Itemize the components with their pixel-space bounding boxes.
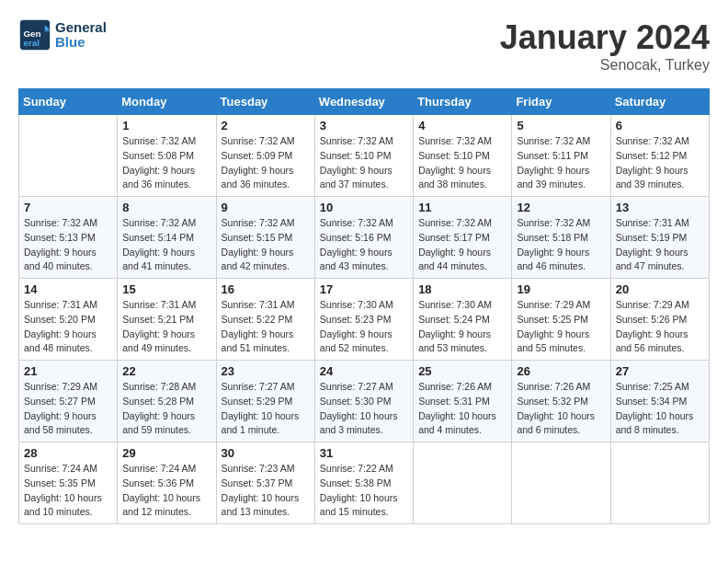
day-number: 8: [122, 201, 210, 214]
day-info: Sunrise: 7:24 AMSunset: 5:36 PMDaylight:…: [122, 462, 210, 520]
day-number: 19: [517, 282, 605, 296]
calendar-cell: [610, 442, 709, 524]
day-info: Sunrise: 7:24 AMSunset: 5:35 PMDaylight:…: [24, 462, 112, 520]
day-info: Sunrise: 7:29 AMSunset: 5:25 PMDaylight:…: [517, 298, 605, 356]
day-info: Sunrise: 7:32 AMSunset: 5:18 PMDaylight:…: [517, 216, 605, 274]
day-info: Sunrise: 7:32 AMSunset: 5:14 PMDaylight:…: [122, 216, 210, 274]
calendar-cell: 9Sunrise: 7:32 AMSunset: 5:15 PMDaylight…: [216, 197, 314, 279]
day-info: Sunrise: 7:27 AMSunset: 5:29 PMDaylight:…: [222, 380, 310, 438]
calendar-cell: 2Sunrise: 7:32 AMSunset: 5:09 PMDaylight…: [216, 115, 314, 197]
calendar-cell: 7Sunrise: 7:32 AMSunset: 5:13 PMDaylight…: [19, 197, 118, 279]
weekday-header-sunday: Sunday: [19, 89, 118, 115]
logo-blue: Blue: [55, 35, 107, 51]
calendar-cell: 30Sunrise: 7:23 AMSunset: 5:37 PMDayligh…: [216, 442, 314, 524]
day-number: 23: [222, 364, 310, 378]
calendar-cell: 12Sunrise: 7:32 AMSunset: 5:18 PMDayligh…: [512, 197, 610, 279]
day-number: 10: [320, 201, 408, 214]
day-info: Sunrise: 7:22 AMSunset: 5:38 PMDaylight:…: [320, 462, 408, 520]
day-number: 29: [122, 446, 210, 460]
calendar-cell: 21Sunrise: 7:29 AMSunset: 5:27 PMDayligh…: [19, 361, 118, 442]
calendar-cell: 16Sunrise: 7:31 AMSunset: 5:22 PMDayligh…: [216, 279, 314, 361]
day-number: 5: [517, 119, 605, 132]
day-number: 21: [24, 364, 112, 378]
day-number: 22: [122, 364, 210, 378]
day-number: 15: [122, 282, 210, 296]
weekday-header-thursday: Thursday: [414, 89, 512, 115]
weekday-header-monday: Monday: [118, 89, 216, 115]
day-info: Sunrise: 7:23 AMSunset: 5:37 PMDaylight:…: [222, 462, 310, 520]
weekday-header-tuesday: Tuesday: [216, 89, 314, 115]
calendar-cell: 3Sunrise: 7:32 AMSunset: 5:10 PMDaylight…: [314, 115, 413, 197]
calendar-cell: [512, 442, 610, 524]
day-number: 1: [122, 119, 210, 132]
day-info: Sunrise: 7:31 AMSunset: 5:20 PMDaylight:…: [24, 298, 112, 356]
day-number: 16: [222, 282, 310, 296]
day-info: Sunrise: 7:25 AMSunset: 5:34 PMDaylight:…: [616, 380, 704, 438]
day-info: Sunrise: 7:29 AMSunset: 5:27 PMDaylight:…: [24, 380, 112, 438]
day-info: Sunrise: 7:32 AMSunset: 5:09 PMDaylight:…: [222, 134, 310, 192]
calendar-cell: 19Sunrise: 7:29 AMSunset: 5:25 PMDayligh…: [512, 279, 610, 361]
calendar-cell: 1Sunrise: 7:32 AMSunset: 5:08 PMDaylight…: [118, 115, 216, 197]
day-number: 25: [418, 364, 506, 378]
day-number: 14: [24, 282, 112, 296]
logo-icon: Gen eral: [18, 18, 51, 52]
day-info: Sunrise: 7:28 AMSunset: 5:28 PMDaylight:…: [122, 380, 210, 438]
calendar-cell: 28Sunrise: 7:24 AMSunset: 5:35 PMDayligh…: [19, 442, 118, 524]
day-info: Sunrise: 7:32 AMSunset: 5:17 PMDaylight:…: [418, 216, 506, 274]
weekday-header-saturday: Saturday: [610, 89, 709, 115]
day-number: 9: [222, 201, 310, 214]
location-title: Senocak, Turkey: [500, 57, 710, 74]
day-number: 24: [320, 364, 408, 378]
month-title: January 2024: [500, 18, 710, 57]
calendar-cell: 26Sunrise: 7:26 AMSunset: 5:32 PMDayligh…: [512, 361, 610, 442]
day-info: Sunrise: 7:32 AMSunset: 5:08 PMDaylight:…: [122, 134, 210, 192]
day-number: 27: [616, 364, 704, 378]
calendar-cell: 24Sunrise: 7:27 AMSunset: 5:30 PMDayligh…: [314, 361, 413, 442]
day-info: Sunrise: 7:32 AMSunset: 5:15 PMDaylight:…: [222, 216, 310, 274]
calendar-table: SundayMondayTuesdayWednesdayThursdayFrid…: [18, 88, 710, 524]
day-number: 13: [616, 201, 704, 214]
day-info: Sunrise: 7:26 AMSunset: 5:31 PMDaylight:…: [418, 380, 506, 438]
svg-text:eral: eral: [23, 38, 40, 48]
calendar-cell: [19, 115, 118, 197]
day-number: 30: [222, 446, 310, 460]
calendar-cell: [414, 442, 512, 524]
day-info: Sunrise: 7:31 AMSunset: 5:21 PMDaylight:…: [122, 298, 210, 356]
day-info: Sunrise: 7:27 AMSunset: 5:30 PMDaylight:…: [320, 380, 408, 438]
weekday-header-wednesday: Wednesday: [314, 89, 413, 115]
calendar-cell: 6Sunrise: 7:32 AMSunset: 5:12 PMDaylight…: [610, 115, 709, 197]
day-info: Sunrise: 7:30 AMSunset: 5:24 PMDaylight:…: [418, 298, 506, 356]
title-area: January 2024 Senocak, Turkey: [500, 18, 710, 74]
day-number: 3: [320, 119, 408, 132]
day-info: Sunrise: 7:29 AMSunset: 5:26 PMDaylight:…: [616, 298, 704, 356]
day-info: Sunrise: 7:32 AMSunset: 5:10 PMDaylight:…: [320, 134, 408, 192]
day-info: Sunrise: 7:31 AMSunset: 5:22 PMDaylight:…: [222, 298, 310, 356]
day-number: 28: [24, 446, 112, 460]
day-info: Sunrise: 7:32 AMSunset: 5:10 PMDaylight:…: [418, 134, 506, 192]
calendar-cell: 25Sunrise: 7:26 AMSunset: 5:31 PMDayligh…: [414, 361, 512, 442]
calendar-cell: 22Sunrise: 7:28 AMSunset: 5:28 PMDayligh…: [118, 361, 216, 442]
day-number: 7: [24, 201, 112, 214]
calendar-cell: 15Sunrise: 7:31 AMSunset: 5:21 PMDayligh…: [118, 279, 216, 361]
calendar-cell: 17Sunrise: 7:30 AMSunset: 5:23 PMDayligh…: [314, 279, 413, 361]
day-number: 18: [418, 282, 506, 296]
calendar-cell: 10Sunrise: 7:32 AMSunset: 5:16 PMDayligh…: [314, 197, 413, 279]
calendar-cell: 20Sunrise: 7:29 AMSunset: 5:26 PMDayligh…: [610, 279, 709, 361]
day-info: Sunrise: 7:26 AMSunset: 5:32 PMDaylight:…: [517, 380, 605, 438]
day-number: 20: [616, 282, 704, 296]
calendar-cell: 8Sunrise: 7:32 AMSunset: 5:14 PMDaylight…: [118, 197, 216, 279]
day-number: 31: [320, 446, 408, 460]
weekday-header-friday: Friday: [512, 89, 610, 115]
page-header: Gen eral General Blue January 2024 Senoc…: [18, 18, 710, 74]
logo: Gen eral General Blue: [18, 18, 107, 52]
calendar-cell: 14Sunrise: 7:31 AMSunset: 5:20 PMDayligh…: [19, 279, 118, 361]
day-info: Sunrise: 7:31 AMSunset: 5:19 PMDaylight:…: [616, 216, 704, 274]
day-number: 2: [222, 119, 310, 132]
day-number: 4: [418, 119, 506, 132]
calendar-cell: 5Sunrise: 7:32 AMSunset: 5:11 PMDaylight…: [512, 115, 610, 197]
day-number: 26: [517, 364, 605, 378]
calendar-cell: 29Sunrise: 7:24 AMSunset: 5:36 PMDayligh…: [118, 442, 216, 524]
day-number: 17: [320, 282, 408, 296]
calendar-cell: 23Sunrise: 7:27 AMSunset: 5:29 PMDayligh…: [216, 361, 314, 442]
day-info: Sunrise: 7:32 AMSunset: 5:12 PMDaylight:…: [616, 134, 704, 192]
